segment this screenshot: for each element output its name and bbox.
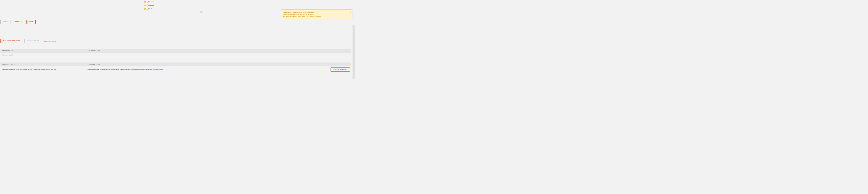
- run-extended-test-button[interactable]: Run Extended Test: [0, 39, 23, 43]
- errors-header-right: SUGGESTED FIX: [89, 50, 350, 52]
- notification-line: Warnings have been found with your serve…: [283, 13, 349, 15]
- warning-description: Share 4kbdmvpo set to use pool cache, bu…: [2, 68, 87, 71]
- apply-button: Apply: [0, 20, 10, 24]
- tree-checkbox[interactable]: [147, 1, 148, 2]
- warnings-header: WARNINGS FOUND SUGGESTED FIX: [0, 62, 351, 66]
- notification-line: Investigate at Settings / User Utilities…: [283, 16, 349, 18]
- notification-title: Fix Common Problems - A4K: 09-04-2022 19…: [283, 11, 349, 13]
- warning-post: , but files / folders exist on the backu…: [27, 68, 56, 70]
- vertical-scrollbar[interactable]: [352, 25, 354, 79]
- notification-toast: × Fix Common Problems - A4K: 09-04-2022 …: [281, 9, 352, 19]
- warning-pool-name: cache: [23, 68, 27, 70]
- errors-header-left: ERRORS FOUND: [2, 50, 89, 52]
- status-value: Not Running: [48, 40, 56, 42]
- view-results-button: View Results: [25, 39, 41, 43]
- tree-checkbox[interactable]: [147, 4, 148, 6]
- warnings-section: WARNINGS FOUND SUGGESTED FIX Share 4kbdm…: [0, 62, 351, 73]
- warning-mid: set to use pool: [13, 68, 23, 70]
- rescan-button[interactable]: Rescan: [13, 20, 24, 24]
- folder-tree: 4kbdtvpo appdata backup ▼ ◂ ▸: [143, 0, 204, 13]
- warning-pre: Share: [2, 68, 6, 70]
- warning-fix-body: You will either have to manually move th…: [87, 68, 152, 70]
- warnings-header-right: SUGGESTED FIX: [89, 64, 350, 65]
- warning-fix-cell: You will either have to manually move th…: [87, 67, 350, 72]
- warnings-header-left: WARNINGS FOUND: [2, 64, 89, 65]
- tree-row[interactable]: backup: [143, 7, 204, 11]
- warning-share-name: 4kbdmvpo: [6, 68, 13, 70]
- no-errors-text: No errors found: [2, 54, 12, 56]
- folder-icon: [144, 4, 146, 6]
- tree-row[interactable]: 4kbdtvpo: [143, 0, 204, 4]
- action-button-row: Apply Rescan Done: [0, 20, 36, 24]
- scroll-left-icon[interactable]: ◂: [145, 11, 146, 12]
- folder-icon: [144, 1, 146, 2]
- errors-row: No errors found: [0, 53, 351, 57]
- errors-header: ERRORS FOUND SUGGESTED FIX: [0, 49, 351, 53]
- warning-fix-text: You will either have to manually move th…: [87, 68, 163, 70]
- tree-horizontal-scroll: ◂ ▸: [143, 11, 204, 13]
- tree-item-label: 4kbdtvpo: [149, 1, 155, 2]
- ignore-warning-button[interactable]: Ignore Warning: [331, 67, 350, 72]
- more-information-link[interactable]: More Information: [153, 68, 163, 70]
- tree-checkbox[interactable]: [147, 8, 148, 9]
- chevron-down-icon[interactable]: ▼: [203, 7, 204, 8]
- tree-item-label: appdata: [149, 4, 154, 6]
- test-controls-row: Run Extended Test View Results Status: N…: [0, 39, 56, 43]
- close-icon[interactable]: ×: [350, 11, 350, 13]
- scroll-right-icon[interactable]: ▸: [199, 11, 199, 12]
- scroll-thumb[interactable]: [200, 11, 203, 13]
- tree-item-label: backup: [149, 8, 153, 9]
- tree-row[interactable]: appdata: [143, 4, 204, 7]
- errors-section: ERRORS FOUND SUGGESTED FIX No errors fou…: [0, 49, 351, 57]
- done-button[interactable]: Done: [26, 20, 36, 24]
- warnings-row: Share 4kbdmvpo set to use pool cache, bu…: [0, 66, 351, 73]
- folder-icon: [144, 8, 146, 9]
- status-label: Status:: [43, 40, 48, 42]
